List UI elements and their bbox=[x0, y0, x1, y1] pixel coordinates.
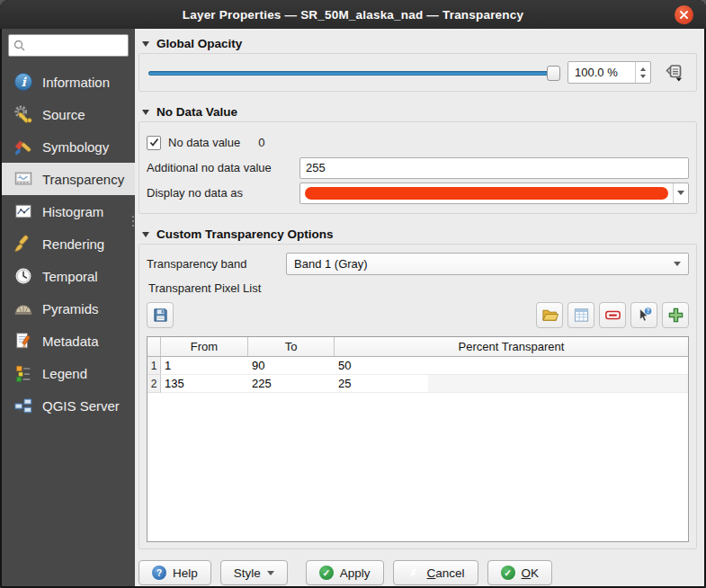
display-no-data-label: Display no data as bbox=[147, 186, 299, 200]
minus-icon bbox=[604, 307, 621, 324]
help-icon: ? bbox=[152, 566, 166, 580]
column-header-percent[interactable]: Percent Transparent bbox=[335, 337, 688, 356]
export-to-file-button[interactable] bbox=[147, 302, 174, 328]
additional-no-data-input[interactable] bbox=[299, 157, 689, 179]
no-data-value-header[interactable]: No Data Value bbox=[139, 101, 697, 121]
legend-icon bbox=[13, 362, 34, 384]
spinbox-arrows[interactable] bbox=[635, 62, 650, 83]
spin-up-icon[interactable] bbox=[640, 67, 646, 71]
cell-to[interactable]: 90 bbox=[248, 357, 335, 375]
global-opacity-body: 100.0 % bbox=[139, 53, 697, 92]
ok-button[interactable]: ✓ OK bbox=[487, 560, 553, 585]
row-number[interactable]: 1 bbox=[147, 357, 161, 375]
checkmark-icon bbox=[149, 138, 159, 147]
sidebar-item-transparency[interactable]: Transparency bbox=[2, 163, 135, 195]
pyramid-icon bbox=[13, 298, 34, 319]
no-data-color-button[interactable] bbox=[299, 183, 689, 204]
transparency-page: Global Opacity 100.0 % bbox=[135, 29, 704, 586]
no-data-checkbox-label: No data value bbox=[168, 136, 240, 149]
cell-to[interactable]: 225 bbox=[248, 375, 335, 393]
sidebar-item-histogram[interactable]: Histogram bbox=[2, 195, 135, 227]
layer-properties-dialog: Layer Properties — SR_50M_alaska_nad — T… bbox=[0, 0, 706, 588]
sidebar-item-qgis-server[interactable]: QGIS Server bbox=[2, 389, 135, 422]
collapse-arrow-icon bbox=[142, 110, 149, 115]
ok-check-icon: ✓ bbox=[501, 566, 515, 580]
add-row-button[interactable] bbox=[662, 302, 689, 328]
info-icon: i bbox=[13, 71, 34, 93]
slider-handle[interactable] bbox=[547, 66, 560, 81]
sidebar-item-label: Transparency bbox=[42, 172, 124, 187]
window-title: Layer Properties — SR_50M_alaska_nad — T… bbox=[183, 8, 523, 22]
help-label: Help bbox=[173, 566, 198, 580]
sidebar-item-rendering[interactable]: Rendering bbox=[2, 227, 135, 260]
apply-button[interactable]: ✓ Apply bbox=[306, 560, 384, 585]
source-no-data-value: 0 bbox=[258, 136, 264, 149]
search-input[interactable] bbox=[29, 39, 123, 53]
cell-percent[interactable]: 25 bbox=[335, 375, 428, 393]
sidebar-item-pyramids[interactable]: Pyramids bbox=[2, 292, 135, 325]
additional-no-data-row: Additional no data value bbox=[147, 156, 689, 179]
import-from-file-button[interactable] bbox=[536, 302, 563, 328]
sidebar-item-information[interactable]: i Information bbox=[2, 66, 135, 98]
section-title: Custom Transparency Options bbox=[156, 227, 334, 241]
no-data-checkbox-row: No data value 0 bbox=[147, 131, 689, 154]
default-values-button[interactable] bbox=[567, 302, 594, 328]
sidebar-item-metadata[interactable]: Metadata bbox=[2, 325, 135, 357]
cell-from[interactable]: 1 bbox=[161, 357, 248, 375]
tools-icon bbox=[13, 103, 34, 125]
color-dropdown-button[interactable] bbox=[673, 183, 688, 203]
section-title: No Data Value bbox=[156, 105, 237, 119]
apply-check-icon: ✓ bbox=[319, 566, 334, 580]
data-defined-override-button[interactable] bbox=[658, 60, 689, 85]
collapse-arrow-icon bbox=[142, 232, 149, 237]
display-no-data-row: Display no data as bbox=[147, 182, 689, 204]
opacity-slider[interactable] bbox=[147, 64, 560, 82]
apply-label: Apply bbox=[340, 566, 371, 580]
sidebar-item-label: Information bbox=[42, 75, 110, 90]
close-button[interactable] bbox=[675, 5, 693, 24]
table-header-row: From To Percent Transparent bbox=[147, 337, 688, 357]
no-data-checkbox[interactable] bbox=[147, 136, 161, 150]
global-opacity-header[interactable]: Global Opacity bbox=[139, 32, 697, 53]
table-corner-cell[interactable] bbox=[147, 337, 161, 356]
column-header-to[interactable]: To bbox=[248, 337, 335, 356]
transparent-pixel-list-label: Transparent Pixel List bbox=[148, 281, 689, 295]
transparency-band-label: Transparency band bbox=[147, 257, 286, 271]
style-button[interactable]: Style bbox=[220, 560, 288, 585]
table-empty-area bbox=[147, 393, 688, 541]
transparency-band-select[interactable]: Band 1 (Gray) bbox=[286, 253, 689, 275]
additional-no-data-label: Additional no data value bbox=[147, 161, 299, 174]
transparency-band-row: Transparency band Band 1 (Gray) bbox=[147, 253, 689, 275]
sidebar: i Information Source bbox=[2, 29, 135, 586]
close-icon bbox=[679, 10, 689, 20]
sidebar-splitter[interactable] bbox=[132, 216, 134, 227]
remove-row-button[interactable] bbox=[599, 302, 626, 328]
sidebar-item-legend[interactable]: Legend bbox=[2, 357, 135, 389]
slider-track[interactable] bbox=[148, 71, 559, 76]
no-data-color-swatch bbox=[305, 187, 668, 200]
transparent-pixel-table: From To Percent Transparent 1 1 90 50 2 … bbox=[147, 336, 689, 542]
cell-percent[interactable]: 50 bbox=[335, 357, 428, 375]
transparency-map-icon bbox=[13, 168, 34, 190]
opacity-value: 100.0 % bbox=[568, 62, 635, 83]
row-filler bbox=[428, 375, 688, 393]
search-box[interactable] bbox=[8, 34, 129, 57]
row-number[interactable]: 2 bbox=[147, 375, 161, 393]
cell-from[interactable]: 135 bbox=[161, 375, 248, 393]
selected-band: Band 1 (Gray) bbox=[294, 257, 674, 271]
titlebar[interactable]: Layer Properties — SR_50M_alaska_nad — T… bbox=[0, 0, 706, 29]
opacity-spinbox[interactable]: 100.0 % bbox=[567, 61, 651, 84]
cancel-x-icon: ✗ bbox=[407, 566, 421, 580]
histogram-icon bbox=[13, 200, 34, 222]
cancel-label: Cancel bbox=[427, 566, 465, 580]
pick-from-map-button[interactable]: ? bbox=[630, 302, 657, 328]
custom-transparency-header[interactable]: Custom Transparency Options bbox=[139, 223, 697, 244]
cancel-button[interactable]: ✗ Cancel bbox=[393, 560, 478, 585]
sidebar-item-symbology[interactable]: Symbology bbox=[2, 130, 135, 163]
sidebar-item-source[interactable]: Source bbox=[2, 98, 135, 130]
column-header-from[interactable]: From bbox=[161, 337, 248, 356]
spin-down-icon[interactable] bbox=[640, 75, 646, 78]
help-button[interactable]: ? Help bbox=[139, 560, 211, 585]
svg-text:?: ? bbox=[646, 307, 649, 314]
sidebar-item-temporal[interactable]: Temporal bbox=[2, 260, 135, 292]
